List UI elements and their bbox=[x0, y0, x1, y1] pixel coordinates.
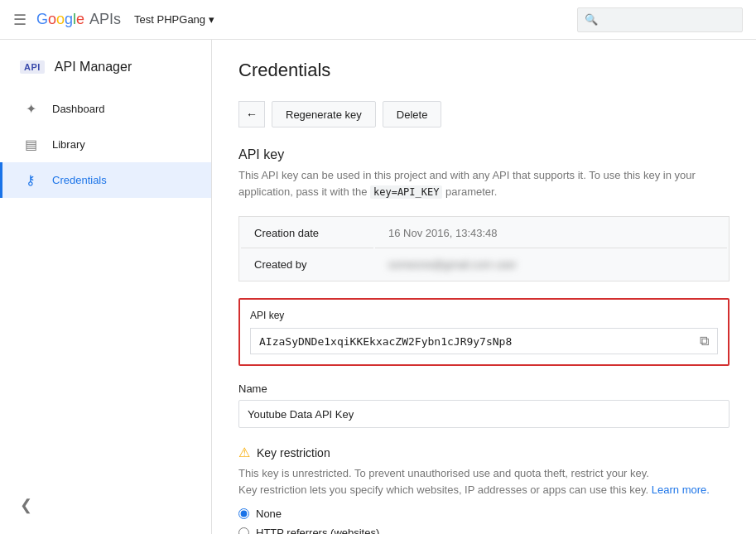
sidebar-item-library[interactable]: ▤ Library bbox=[0, 127, 211, 162]
apis-text: APIs bbox=[89, 11, 121, 28]
sidebar-item-label-credentials: Credentials bbox=[52, 174, 107, 186]
creation-date-label: Creation date bbox=[241, 219, 373, 248]
name-input[interactable] bbox=[238, 400, 730, 428]
created-by-label: Created by bbox=[241, 250, 373, 279]
library-icon: ▤ bbox=[22, 137, 39, 152]
project-selector[interactable]: Test PHPGang ▾ bbox=[134, 13, 214, 26]
sidebar-item-dashboard[interactable]: ✦ Dashboard bbox=[0, 91, 211, 127]
sidebar-title: API Manager bbox=[55, 60, 132, 75]
radio-http[interactable]: HTTP referrers (websites) bbox=[238, 527, 730, 534]
google-apis-logo: Google APIs bbox=[36, 11, 121, 28]
radio-http-label: HTTP referrers (websites) bbox=[256, 527, 379, 534]
hamburger-icon[interactable]: ☰ bbox=[13, 11, 26, 29]
radio-group: None HTTP referrers (websites) IP addres… bbox=[238, 508, 730, 534]
sidebar-nav: ✦ Dashboard ▤ Library ⚷ Credentials bbox=[0, 88, 211, 198]
credentials-icon: ⚷ bbox=[22, 172, 39, 188]
main-content: Credentials ← Regenerate key Delete API … bbox=[212, 40, 756, 534]
radio-none-label: None bbox=[256, 508, 282, 520]
search-bar[interactable] bbox=[577, 7, 743, 32]
project-name: Test PHPGang bbox=[134, 13, 205, 26]
creation-date-value: 16 Nov 2016, 13:43:48 bbox=[375, 219, 727, 248]
search-input[interactable] bbox=[585, 13, 735, 26]
api-badge: API bbox=[20, 60, 45, 74]
toolbar: ← Regenerate key Delete bbox=[238, 101, 730, 127]
sidebar-item-label-dashboard: Dashboard bbox=[52, 103, 105, 115]
regenerate-key-button[interactable]: Regenerate key bbox=[272, 101, 376, 127]
api-key-title: API key bbox=[238, 147, 730, 162]
api-key-box: API key AIzaSyDNDe1xqiKKEkxacZW2Fybn1cJR… bbox=[238, 298, 730, 366]
sidebar-collapse[interactable]: ❮ bbox=[0, 489, 212, 521]
sidebar-item-credentials[interactable]: ⚷ Credentials bbox=[0, 162, 211, 198]
api-key-field: AIzaSyDNDe1xqiKKEkxacZW2Fybn1cJR9y7sNp8 … bbox=[250, 328, 718, 354]
api-key-desc: This API key can be used in this project… bbox=[238, 167, 730, 200]
sidebar: API API Manager ✦ Dashboard ▤ Library ⚷ … bbox=[0, 40, 212, 534]
api-key-box-label: API key bbox=[250, 310, 718, 321]
restriction-section: ⚠ Key restriction This key is unrestrict… bbox=[238, 445, 730, 534]
table-row: Created by someone@gmail.com user bbox=[241, 250, 727, 279]
sidebar-header: API API Manager bbox=[0, 46, 211, 88]
back-button[interactable]: ← bbox=[238, 101, 265, 127]
copy-icon[interactable]: ⧉ bbox=[700, 334, 709, 349]
layout: API API Manager ✦ Dashboard ▤ Library ⚷ … bbox=[0, 40, 756, 534]
restriction-desc: This key is unrestricted. To prevent una… bbox=[238, 465, 730, 498]
dropdown-icon: ▾ bbox=[209, 13, 214, 26]
google-logo: Google bbox=[36, 11, 84, 28]
sidebar-item-label-library: Library bbox=[52, 138, 85, 151]
info-table: Creation date 16 Nov 2016, 13:43:48 Crea… bbox=[238, 216, 730, 281]
collapse-icon: ❮ bbox=[20, 497, 32, 513]
name-label: Name bbox=[238, 382, 730, 395]
created-by-value: someone@gmail.com user bbox=[375, 250, 727, 279]
restriction-header: ⚠ Key restriction bbox=[238, 445, 730, 460]
table-row: Creation date 16 Nov 2016, 13:43:48 bbox=[241, 219, 727, 248]
warning-icon: ⚠ bbox=[238, 445, 250, 460]
page-title: Credentials bbox=[238, 60, 730, 81]
api-key-section: API key This API key can be used in this… bbox=[238, 147, 730, 200]
top-header: ☰ Google APIs Test PHPGang ▾ bbox=[0, 0, 756, 40]
code-snippet: key=API_KEY bbox=[370, 185, 442, 199]
learn-more-link[interactable]: Learn more. bbox=[652, 483, 710, 496]
name-field-group: Name bbox=[238, 382, 730, 428]
api-key-value: AIzaSyDNDe1xqiKKEkxacZW2Fybn1cJR9y7sNp8 bbox=[259, 335, 693, 348]
dashboard-icon: ✦ bbox=[22, 101, 39, 117]
delete-button[interactable]: Delete bbox=[383, 101, 442, 127]
radio-none[interactable]: None bbox=[238, 508, 730, 520]
restriction-title: Key restriction bbox=[257, 446, 330, 459]
